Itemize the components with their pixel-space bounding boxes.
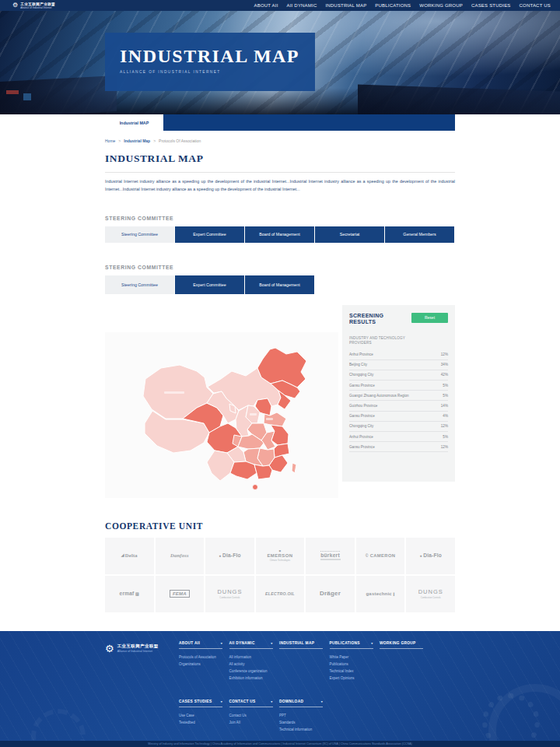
screening-row[interactable]: Gansu Province 5% [349,381,448,391]
partner-logo[interactable]: DUNGS Combustion Controls [205,576,254,612]
committee-tab[interactable]: Steering Committee [105,226,174,243]
screening-panel: SCREENING RESULTS Reset INDUSTRY AND TEC… [342,305,455,482]
footer-link[interactable]: All information [229,654,280,661]
footer-brand[interactable]: ⚙ 工业互联网产业联盟 Alliance of Industrial Inter… [105,643,159,654]
breadcrumb-section[interactable]: Industrial Map [124,139,150,143]
brand-logo[interactable]: ⚙ 工业互联网产业联盟 Alliance of Industrial Inter… [12,2,55,9]
committee-tab[interactable]: Board of Management [245,226,314,243]
partner-logo-text: gastechnic [366,591,395,596]
footer-link[interactable]: Organizations [179,661,229,668]
committee-tab[interactable]: General Members [385,226,454,243]
footer-link[interactable]: Publications [330,661,380,668]
footer-link[interactable]: Contact Us [229,712,280,719]
partner-logo[interactable]: Danfoss [156,538,205,574]
screening-row[interactable]: Beijing City 34% [349,360,448,370]
footer-link-list: All informationAll activityConference or… [229,654,280,682]
screening-row[interactable]: Gansu Province 12% [349,442,448,452]
partner-logo[interactable]: Dräger [306,576,355,612]
footer-link[interactable]: All activity [229,661,280,668]
reset-button[interactable]: Reset [411,313,448,323]
nav-item[interactable]: WORKING GROUP [419,3,463,8]
committee-tab[interactable]: Expert Committee [175,275,244,294]
footer-link[interactable]: PPT [279,712,330,719]
nav-item[interactable]: PUBLICATIONS [375,3,411,8]
screening-list: Anhui Province 12% Beijing City 34% Chon… [349,349,448,452]
footer-column: PUBLICATIONS ▾ White PaperPublicationsTe… [330,641,380,682]
committee-tab[interactable]: Secretariat [315,226,384,243]
footer-column-header[interactable]: CONTACT US ▾ [229,700,273,707]
footer-column: WORKING GROUP ▾ [380,641,430,682]
committee1-tabs: Steering CommitteeExpert CommitteeBoard … [105,226,455,243]
footer-column-header[interactable]: DOWNLOAD ▾ [279,700,323,707]
region-name: Chongqing City [349,373,373,377]
nav-item[interactable]: ABOUT AII [254,3,278,8]
intro-paragraph: Industrial Internet industry alliance as… [105,178,455,194]
footer-link[interactable]: Technical Index [330,668,380,675]
main-content: Home > Industrial Map > Protocols Of Ass… [105,139,455,612]
partner-logo[interactable]: ermaf [105,576,154,612]
committee-tab[interactable]: Expert Committee [175,226,244,243]
footer-link[interactable]: Join AII [229,719,280,726]
breadcrumb-home[interactable]: Home [105,139,115,143]
footer-link[interactable]: Standards [279,719,330,726]
screening-row[interactable]: Chongqing City 42% [349,370,448,381]
partner-logo[interactable]: ELECTRO.OIL [256,576,305,612]
partner-logo[interactable]: Delta [105,538,154,574]
footer-link[interactable]: Technical information [279,726,330,733]
committee-tab[interactable]: Steering Committee [105,275,174,294]
screening-row[interactable]: Guizhou Province 14% [349,401,448,411]
partner-logo[interactable]: bürkert [306,538,355,574]
partner-logo-subtext: Climate Technologies [270,559,291,562]
chevron-down-icon: ▾ [271,641,272,645]
footer-column-header[interactable]: AII DYNAMIC ▾ [229,641,273,649]
partner-logo-text: Danfoss [170,552,189,558]
partner-logo[interactable]: EMERSON Climate Technologies [256,538,305,574]
footer-brand-en: Alliance of Industrial Internet [117,650,159,653]
partner-logo[interactable]: DUNGS Combustion Controls [406,576,455,612]
partner-logo-subtext: Combustion Controls [421,596,441,599]
screening-row[interactable]: Gansu Province 4% [349,412,448,422]
footer-column-header[interactable]: ABOUT AII ▾ [179,641,222,649]
nav-item[interactable]: CONTACT US [520,3,551,8]
region-value: 5% [443,435,448,439]
footer-link[interactable]: Protocols of Association [179,654,229,661]
footer-column-header[interactable]: WORKING GROUP ▾ [380,641,423,649]
hero-tab-bar-fill [163,114,455,131]
screening-row[interactable]: Anhui Province 12% [349,349,448,359]
partner-logo[interactable]: Dia-Flo [406,538,455,574]
footer-link[interactable]: Use Case [179,712,229,719]
committee-tab[interactable]: Board of Management [245,275,314,294]
screening-row[interactable]: Anhui Province 5% [349,432,448,442]
footer-link-list: Contact UsJoin AII [229,712,280,726]
partner-logo[interactable]: Dia-Flo [205,538,254,574]
partner-logo-subtext: Combustion Controls [219,596,240,599]
screening-row[interactable]: Chongqing City 12% [349,422,448,432]
footer-column-header[interactable]: PUBLICATIONS ▾ [330,641,373,649]
footer-link[interactable]: White Paper [330,654,380,661]
cooperative-logo-grid: Delta Danfoss Dia-Flo EMERSON Climate Te… [105,538,455,612]
footer-link[interactable]: Testedbed [179,719,229,726]
screening-row[interactable]: Guangxi Zhuang Autonomous Region 5% [349,391,448,401]
footer-column: ABOUT AII ▾ Protocols of AssociationOrga… [179,641,229,682]
china-choropleth-map[interactable] [105,332,338,498]
partner-logo-text: FEMA [170,590,190,598]
footer-link[interactable]: Expert Opinions [330,675,380,682]
partner-logo-text: Dräger [320,590,341,597]
partner-logo[interactable]: gastechnic [356,576,405,612]
cooperative-unit-title: COOPERATIVE UNIT [105,521,455,531]
footer-link[interactable]: Conference organization [229,668,280,675]
partner-logo[interactable]: CAMERON [356,538,405,574]
partner-logo[interactable]: FEMA [156,576,205,612]
nav-item[interactable]: AII DYNAMIC [287,3,317,8]
region-name: Anhui Province [349,352,373,356]
chevron-down-icon: ▾ [221,641,222,645]
nav-item[interactable]: CASES STUDIES [471,3,511,8]
footer-column-header[interactable]: CASES STUDIES ▾ [179,700,222,707]
hero-tab-industrial-map[interactable]: Industrial MAP [105,114,163,131]
nav-item[interactable]: INDUSTRIAL MAP [325,3,366,8]
footer-column-title: AII DYNAMIC [229,641,255,645]
chevron-down-icon: ▾ [221,700,222,703]
footer-column-header[interactable]: INDUSTRIAL MAP ▾ [279,641,323,649]
footer-link[interactable]: Exhibition information [229,675,280,682]
screening-category: INDUSTRY AND TECHNOLOGY PROVIDERS [349,336,423,346]
